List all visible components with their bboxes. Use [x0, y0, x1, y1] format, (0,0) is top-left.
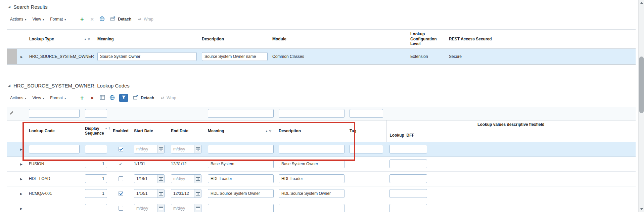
column-header-lookup-type[interactable]: Lookup Type ▲ ▽ — [27, 30, 95, 49]
display-sequence-input[interactable] — [85, 204, 107, 212]
column-header-module[interactable]: Module — [270, 30, 408, 49]
column-header-meaning[interactable]: Meaning ▲ ▽ — [205, 120, 276, 142]
freeze-columns-button[interactable] — [97, 94, 107, 102]
row-expand-icon[interactable]: ▶ — [20, 163, 22, 166]
description-input[interactable] — [279, 204, 344, 212]
translation-globe-button[interactable] — [97, 15, 107, 23]
enabled-checkbox[interactable] — [119, 191, 123, 196]
lookup-dff-input[interactable] — [389, 145, 427, 153]
description-input[interactable] — [279, 189, 344, 198]
view-menu-button[interactable]: View ▾ — [30, 94, 47, 102]
start-date-input[interactable] — [134, 189, 157, 198]
tag-input[interactable] — [350, 145, 383, 153]
meaning-input[interactable] — [208, 145, 274, 153]
filter-tag-input[interactable] — [350, 109, 383, 118]
calendar-icon[interactable] — [157, 145, 164, 153]
start-date-input[interactable] — [134, 204, 157, 212]
scroll-down-arrow[interactable] — [639, 206, 644, 212]
translation-globe-button[interactable] — [107, 94, 117, 102]
pencil-icon[interactable] — [9, 111, 14, 116]
display-sequence-input[interactable] — [85, 174, 107, 183]
column-header-rest-access-secured[interactable]: REST Access Secured — [446, 30, 534, 49]
row-expand-icon[interactable]: ▶ — [20, 207, 22, 210]
end-date-input[interactable] — [171, 175, 194, 183]
calendar-icon[interactable] — [194, 175, 201, 183]
format-menu-button[interactable]: Format ▾ — [47, 15, 68, 23]
row-expand-cell[interactable]: ▶ — [16, 142, 26, 156]
display-sequence-input[interactable] — [85, 145, 107, 153]
end-date-input[interactable] — [171, 204, 194, 212]
row-expand-icon[interactable]: ▶ — [20, 55, 23, 59]
row-expand-cell[interactable]: ▶ — [16, 186, 26, 201]
column-header-end-date[interactable]: End Date — [168, 120, 205, 142]
enabled-checkbox[interactable] — [119, 176, 123, 181]
row-expand-cell[interactable]: ▶ — [17, 49, 27, 65]
meaning-input[interactable] — [208, 204, 274, 212]
description-input[interactable] — [279, 145, 344, 153]
column-header-lookup-dff[interactable]: Lookup_DFF — [386, 129, 636, 142]
scrollbar-thumb[interactable] — [639, 57, 644, 113]
vertical-scrollbar[interactable] — [638, 0, 644, 212]
description-input[interactable] — [202, 52, 268, 61]
display-sequence-input[interactable] — [85, 160, 107, 168]
sort-descending-icon[interactable]: ▽ — [269, 130, 271, 133]
calendar-icon[interactable] — [157, 175, 164, 183]
sort-ascending-icon[interactable]: ▲ — [265, 130, 268, 133]
detach-button[interactable]: Detach — [130, 95, 157, 101]
description-input[interactable] — [279, 160, 344, 168]
column-header-lookup-configuration-level[interactable]: Lookup Configuration Level — [408, 30, 446, 49]
calendar-icon[interactable] — [157, 189, 164, 198]
actions-menu-button[interactable]: Actions ▾ — [7, 15, 29, 23]
description-input[interactable] — [279, 174, 344, 183]
end-date-input[interactable] — [171, 189, 194, 198]
collapse-section-icon[interactable]: ◢ — [8, 84, 10, 87]
lookup-code-row-new[interactable]: ▶ — [7, 142, 636, 156]
column-header-enabled[interactable]: Enabled — [110, 120, 131, 142]
calendar-icon[interactable] — [194, 145, 201, 153]
detach-button[interactable]: Detach — [107, 16, 134, 22]
lookup-code-row[interactable]: ▶ HDL_LOAD — [7, 171, 636, 186]
enabled-checkbox[interactable] — [119, 147, 123, 151]
lookup-dff-input[interactable] — [389, 189, 427, 198]
actions-menu-button[interactable]: Actions ▾ — [7, 94, 29, 102]
filter-lookup-code-input[interactable] — [29, 109, 80, 118]
calendar-icon[interactable] — [157, 204, 164, 212]
sort-descending-icon[interactable]: ▽ — [88, 38, 90, 41]
start-date-input[interactable] — [134, 145, 157, 153]
view-menu-button[interactable]: View ▾ — [30, 15, 47, 23]
row-handle-cell[interactable] — [7, 49, 17, 65]
meaning-input[interactable] — [208, 189, 274, 198]
meaning-input[interactable] — [208, 174, 274, 183]
format-menu-button[interactable]: Format ▾ — [47, 94, 68, 102]
enabled-checkbox[interactable] — [119, 206, 123, 211]
lookup-code-input[interactable] — [29, 145, 80, 153]
column-header-lookup-code[interactable]: Lookup Code — [26, 120, 82, 142]
filter-display-sequence-input[interactable] — [85, 109, 107, 118]
lookup-dff-input[interactable] — [389, 160, 427, 168]
column-header-tag[interactable]: Tag — [347, 120, 386, 142]
row-expand-icon[interactable]: ▶ — [20, 192, 22, 196]
add-row-button[interactable]: + — [77, 15, 87, 23]
sort-ascending-icon[interactable]: ▲ — [84, 38, 87, 41]
row-expand-cell[interactable]: ▶ — [16, 201, 26, 212]
sort-ascending-icon[interactable]: ▲ — [105, 127, 107, 130]
sort-descending-icon[interactable]: ▽ — [109, 127, 110, 130]
meaning-input[interactable] — [97, 52, 197, 61]
column-header-description[interactable]: Description — [276, 120, 347, 142]
lookup-dff-input[interactable] — [389, 174, 427, 183]
filter-meaning-input[interactable] — [208, 109, 274, 118]
row-expand-icon[interactable]: ▶ — [20, 177, 22, 181]
row-expand-cell[interactable]: ▶ — [16, 171, 26, 186]
column-header-description[interactable]: Description — [199, 30, 270, 49]
search-result-row-selected[interactable]: ▶ HRC_SOURCE_SYSTEM_OWNER Common Classes… — [7, 49, 636, 65]
lookup-code-row[interactable]: ▶ HCMQA-001 — [7, 186, 636, 201]
add-row-button[interactable]: + — [77, 94, 87, 102]
row-expand-icon[interactable]: ▶ — [20, 148, 22, 151]
lookup-code-row[interactable]: ▶ FUSION ✓ 1/1/01 12/31/12 — [7, 156, 636, 171]
filter-description-input[interactable] — [279, 109, 344, 118]
column-header-display-sequence[interactable]: Display Sequence ▲ ▽ — [82, 120, 110, 142]
lookup-code-row-partial[interactable]: ▶ — [7, 201, 636, 212]
row-expand-cell[interactable]: ▶ — [16, 156, 26, 171]
column-header-start-date[interactable]: Start Date — [131, 120, 168, 142]
meaning-input[interactable] — [208, 160, 274, 168]
